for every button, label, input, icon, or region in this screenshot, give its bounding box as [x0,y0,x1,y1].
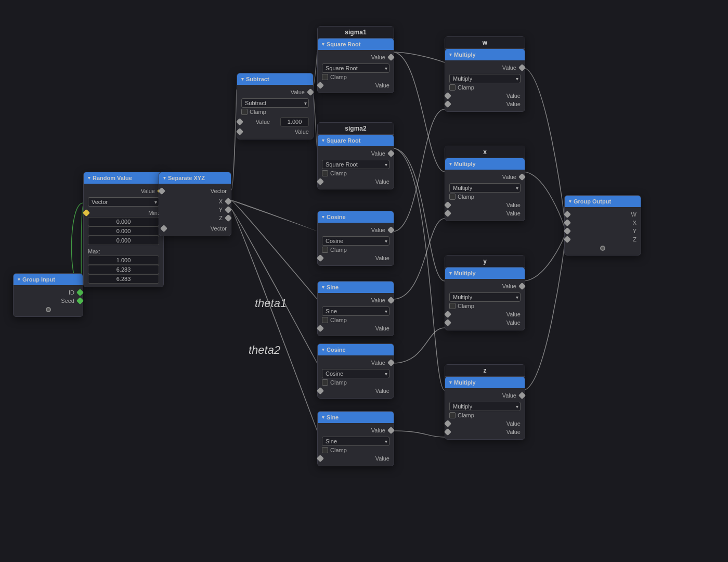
sub-value-field[interactable]: 1.000 [280,117,309,126]
sine2-type-wrap[interactable]: Sine [322,437,389,446]
sine2-clamp-checkbox[interactable] [322,447,328,453]
cosine1-clamp-row: Clamp [322,246,389,254]
w-clamp-row: Clamp [449,83,521,92]
sigma2-type-dropdown[interactable]: Square Root [322,160,389,169]
group-input-title: Group Input [22,276,55,283]
z-type-wrap[interactable]: Multiply [449,402,521,411]
sub-type-dropdown[interactable]: Subtract [241,98,309,108]
x-node: x ▾ Multiply Value Multiply Clamp Value … [445,146,525,221]
y-clamp-row: Clamp [449,302,521,310]
sigma1-value-out [387,54,395,61]
sub-clamp-checkbox[interactable] [241,109,248,115]
w-val-in1 [444,92,451,99]
cosine2-type-wrap[interactable]: Cosine [322,369,389,378]
random-value-title: Random Value [93,175,132,181]
random-value-header: ▾ Random Value [84,172,163,184]
x-clamp-row: Clamp [449,193,521,201]
sine1-value-out [387,297,395,304]
y-value-out [518,283,526,290]
sub-type-wrap[interactable]: Subtract [241,98,309,108]
y-val-in1 [444,311,451,318]
cosine1-clamp-checkbox[interactable] [322,247,328,253]
separate-xyz-header: ▾ Separate XYZ [159,172,231,184]
rv-min-x[interactable]: 0.000 [88,217,159,226]
x-header-label: Multiply [454,161,476,167]
sigma1-clamp-checkbox[interactable] [322,74,328,80]
rv-min-z[interactable]: 0.000 [88,236,159,245]
group-output-title: Group Output [574,198,611,205]
rv-type-dropdown-wrap[interactable]: Vector [88,197,159,207]
sine1-header: ▾ Sine [318,282,394,293]
rv-min-socket [83,209,90,216]
sine1-clamp-checkbox[interactable] [322,317,328,323]
rv-min-y[interactable]: 0.000 [88,226,159,236]
z-clamp-checkbox[interactable] [449,412,456,418]
sigma1-title: sigma1 [318,27,394,39]
cosine2-header-label: Cosine [327,347,346,353]
y-header-label: Multiply [454,270,476,276]
sigma2-clamp-checkbox[interactable] [322,170,328,176]
go-z-socket [564,236,571,243]
go-x-socket [564,219,571,226]
y-title: y [445,256,525,267]
y-type-wrap[interactable]: Multiply [449,292,521,302]
y-node: y ▾ Multiply Value Multiply Clamp Value … [445,255,525,330]
cosine2-type-dropdown[interactable]: Cosine [322,369,389,378]
w-val-in2 [444,100,451,108]
sine1-val-in [317,325,324,332]
chevron-icon: ▾ [18,277,20,282]
z-value-out [518,392,526,399]
sine2-type-dropdown[interactable]: Sine [322,437,389,446]
cosine2-clamp-checkbox[interactable] [322,379,328,386]
seed-socket [76,297,84,304]
cosine1-type-dropdown[interactable]: Cosine [322,236,389,246]
w-type-wrap[interactable]: Multiply [449,74,521,83]
group-input-node: ▾ Group Input ID Seed [13,273,83,317]
x-header: ▾ Multiply [445,158,525,170]
cosine2-header: ▾ Cosine [318,344,394,355]
sigma2-value-out [387,150,395,157]
x-type-dropdown[interactable]: Multiply [449,183,521,193]
sine1-type-dropdown[interactable]: Sine [322,306,389,316]
cosine1-type-wrap[interactable]: Cosine [322,236,389,246]
separate-xyz-node: ▾ Separate XYZ Vector X Y Z Vector [159,172,231,236]
cosine1-node: ▾ Cosine Value Cosine Clamp Value [317,211,394,266]
rv-type-dropdown[interactable]: Vector [88,197,159,207]
w-type-dropdown[interactable]: Multiply [449,74,521,83]
theta2-label: theta2 [249,343,280,357]
sine2-val-in [317,455,324,462]
rv-max-x[interactable]: 1.000 [88,256,159,265]
sigma1-type-dropdown[interactable]: Square Root [322,63,389,73]
z-type-dropdown[interactable]: Multiply [449,402,521,411]
y-header: ▾ Multiply [445,267,525,279]
x-type-wrap[interactable]: Multiply [449,183,521,193]
y-clamp-checkbox[interactable] [449,303,456,309]
cosine1-value-out [387,226,395,234]
sigma1-type-wrap[interactable]: Square Root [322,63,389,73]
sine1-node: ▾ Sine Value Sine Clamp Value [317,281,394,336]
x-val-in2 [444,210,451,217]
z-node: z ▾ Multiply Value Multiply Clamp Value … [445,364,525,440]
group-input-header: ▾ Group Input [14,274,83,285]
x-title: x [445,146,525,158]
z-title: z [445,365,525,377]
y-type-dropdown[interactable]: Multiply [449,292,521,302]
sine1-type-wrap[interactable]: Sine [322,306,389,316]
sigma2-val-in [317,178,324,185]
rv-max-y[interactable]: 6.283 [88,265,159,274]
x-clamp-checkbox[interactable] [449,194,456,200]
sigma1-node: sigma1 ▾ Square Root Value Square Root C… [317,26,394,93]
z-header: ▾ Multiply [445,377,525,388]
theta1-label: theta1 [255,297,287,310]
w-clamp-checkbox[interactable] [449,84,456,91]
sigma2-type-wrap[interactable]: Square Root [322,160,389,169]
sigma2-title: sigma2 [318,123,394,135]
sigma1-val-in [317,82,324,89]
rv-max-z[interactable]: 6.283 [88,274,159,284]
w-node: w ▾ Multiply Value Multiply Clamp Value … [445,36,525,112]
go-w-socket [564,211,571,218]
sigma2-clamp-row: Clamp [322,169,389,177]
sine2-header-label: Sine [327,414,339,420]
x-val-in1 [444,201,451,209]
random-value-node: ▾ Random Value Value Vector Min: 0.000 0… [83,172,164,287]
